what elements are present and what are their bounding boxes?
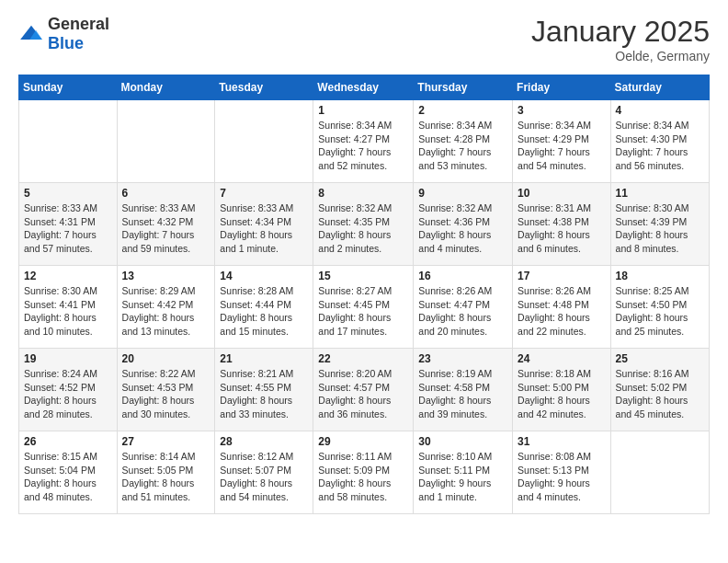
day-number: 30 [418, 435, 507, 448]
day-number: 5 [24, 187, 112, 200]
day-info: Sunrise: 8:32 AM Sunset: 4:36 PM Dayligh… [418, 201, 507, 256]
day-info: Sunrise: 8:22 AM Sunset: 4:53 PM Dayligh… [122, 367, 210, 421]
day-info: Sunrise: 8:21 AM Sunset: 4:55 PM Dayligh… [220, 367, 308, 421]
day-info: Sunrise: 8:29 AM Sunset: 4:42 PM Dayligh… [122, 284, 210, 339]
day-number: 1 [318, 104, 408, 117]
day-info: Sunrise: 8:08 AM Sunset: 5:13 PM Dayligh… [518, 450, 606, 504]
day-info: Sunrise: 8:26 AM Sunset: 4:47 PM Dayligh… [418, 284, 507, 339]
day-number: 21 [220, 352, 308, 365]
calendar-cell: 31Sunrise: 8:08 AM Sunset: 5:13 PM Dayli… [513, 431, 611, 514]
day-info: Sunrise: 8:14 AM Sunset: 5:05 PM Dayligh… [122, 450, 210, 504]
day-info: Sunrise: 8:30 AM Sunset: 4:41 PM Dayligh… [24, 284, 112, 339]
calendar-cell: 5Sunrise: 8:33 AM Sunset: 4:31 PM Daylig… [19, 183, 118, 266]
calendar-table: SundayMondayTuesdayWednesdayThursdayFrid… [18, 75, 710, 514]
calendar-cell: 1Sunrise: 8:34 AM Sunset: 4:27 PM Daylig… [313, 100, 414, 183]
day-number: 14 [220, 270, 308, 282]
calendar-cell: 23Sunrise: 8:19 AM Sunset: 4:58 PM Dayli… [414, 349, 513, 431]
day-number: 19 [24, 352, 112, 365]
week-row-1: 1Sunrise: 8:34 AM Sunset: 4:27 PM Daylig… [19, 100, 710, 183]
day-header-saturday: Saturday [610, 75, 709, 100]
calendar-cell: 4Sunrise: 8:34 AM Sunset: 4:30 PM Daylig… [610, 100, 709, 183]
day-number: 26 [24, 435, 112, 448]
day-number: 25 [616, 352, 704, 365]
calendar-cell: 16Sunrise: 8:26 AM Sunset: 4:47 PM Dayli… [414, 266, 513, 349]
calendar-cell: 2Sunrise: 8:34 AM Sunset: 4:28 PM Daylig… [414, 100, 513, 183]
calendar-cell: 11Sunrise: 8:30 AM Sunset: 4:39 PM Dayli… [610, 183, 709, 266]
day-info: Sunrise: 8:20 AM Sunset: 4:57 PM Dayligh… [318, 367, 408, 421]
calendar-cell [117, 100, 215, 183]
day-number: 10 [518, 187, 606, 200]
day-info: Sunrise: 8:30 AM Sunset: 4:39 PM Dayligh… [616, 201, 704, 256]
calendar-cell: 12Sunrise: 8:30 AM Sunset: 4:41 PM Dayli… [19, 266, 118, 349]
calendar-cell: 3Sunrise: 8:34 AM Sunset: 4:29 PM Daylig… [513, 100, 611, 183]
day-info: Sunrise: 8:25 AM Sunset: 4:50 PM Dayligh… [616, 284, 704, 339]
calendar-cell [19, 100, 118, 183]
day-info: Sunrise: 8:28 AM Sunset: 4:44 PM Dayligh… [220, 284, 308, 339]
calendar-cell: 26Sunrise: 8:15 AM Sunset: 5:04 PM Dayli… [19, 431, 118, 514]
day-number: 11 [616, 187, 704, 200]
day-info: Sunrise: 8:33 AM Sunset: 4:34 PM Dayligh… [220, 201, 308, 256]
day-number: 28 [220, 435, 308, 448]
calendar-cell: 6Sunrise: 8:33 AM Sunset: 4:32 PM Daylig… [117, 183, 215, 266]
day-info: Sunrise: 8:33 AM Sunset: 4:31 PM Dayligh… [24, 201, 112, 256]
day-info: Sunrise: 8:19 AM Sunset: 4:58 PM Dayligh… [418, 367, 507, 421]
day-info: Sunrise: 8:32 AM Sunset: 4:35 PM Dayligh… [318, 201, 408, 256]
calendar-cell: 30Sunrise: 8:10 AM Sunset: 5:11 PM Dayli… [414, 431, 513, 514]
week-row-4: 19Sunrise: 8:24 AM Sunset: 4:52 PM Dayli… [19, 349, 710, 431]
calendar-cell: 8Sunrise: 8:32 AM Sunset: 4:35 PM Daylig… [313, 183, 414, 266]
header: General Blue January 2025 Oelde, Germany [18, 15, 710, 63]
month-title: January 2025 [531, 15, 710, 49]
day-number: 2 [418, 104, 507, 117]
calendar-cell: 18Sunrise: 8:25 AM Sunset: 4:50 PM Dayli… [610, 266, 709, 349]
day-number: 18 [616, 270, 704, 282]
day-info: Sunrise: 8:34 AM Sunset: 4:30 PM Dayligh… [616, 119, 704, 173]
day-number: 15 [318, 270, 408, 282]
day-number: 4 [616, 104, 704, 117]
day-info: Sunrise: 8:12 AM Sunset: 5:07 PM Dayligh… [220, 450, 308, 504]
day-number: 8 [318, 187, 408, 200]
calendar-cell: 29Sunrise: 8:11 AM Sunset: 5:09 PM Dayli… [313, 431, 414, 514]
day-info: Sunrise: 8:34 AM Sunset: 4:29 PM Dayligh… [518, 119, 606, 173]
calendar-cell: 25Sunrise: 8:16 AM Sunset: 5:02 PM Dayli… [610, 349, 709, 431]
day-number: 16 [418, 270, 507, 282]
logo-blue: Blue [48, 34, 84, 52]
day-number: 23 [418, 352, 507, 365]
week-row-5: 26Sunrise: 8:15 AM Sunset: 5:04 PM Dayli… [19, 431, 710, 514]
day-info: Sunrise: 8:33 AM Sunset: 4:32 PM Dayligh… [122, 201, 210, 256]
calendar-cell: 9Sunrise: 8:32 AM Sunset: 4:36 PM Daylig… [414, 183, 513, 266]
calendar-cell [215, 100, 313, 183]
day-number: 6 [122, 187, 210, 200]
day-header-sunday: Sunday [19, 75, 118, 100]
location: Oelde, Germany [531, 49, 710, 63]
week-row-3: 12Sunrise: 8:30 AM Sunset: 4:41 PM Dayli… [19, 266, 710, 349]
day-number: 20 [122, 352, 210, 365]
calendar-cell [610, 431, 709, 514]
calendar-cell: 13Sunrise: 8:29 AM Sunset: 4:42 PM Dayli… [117, 266, 215, 349]
calendar-cell: 10Sunrise: 8:31 AM Sunset: 4:38 PM Dayli… [513, 183, 611, 266]
calendar-cell: 21Sunrise: 8:21 AM Sunset: 4:55 PM Dayli… [215, 349, 313, 431]
calendar-cell: 17Sunrise: 8:26 AM Sunset: 4:48 PM Dayli… [513, 266, 611, 349]
page: General Blue January 2025 Oelde, Germany… [0, 0, 728, 529]
day-info: Sunrise: 8:34 AM Sunset: 4:28 PM Dayligh… [418, 119, 507, 173]
day-number: 17 [518, 270, 606, 282]
logo-icon [18, 24, 44, 44]
day-number: 13 [122, 270, 210, 282]
day-info: Sunrise: 8:26 AM Sunset: 4:48 PM Dayligh… [518, 284, 606, 339]
calendar-cell: 19Sunrise: 8:24 AM Sunset: 4:52 PM Dayli… [19, 349, 118, 431]
day-number: 31 [518, 435, 606, 448]
title-block: January 2025 Oelde, Germany [531, 15, 710, 63]
day-info: Sunrise: 8:10 AM Sunset: 5:11 PM Dayligh… [418, 450, 507, 504]
day-header-tuesday: Tuesday [215, 75, 313, 100]
day-info: Sunrise: 8:34 AM Sunset: 4:27 PM Dayligh… [318, 119, 408, 173]
calendar-cell: 24Sunrise: 8:18 AM Sunset: 5:00 PM Dayli… [513, 349, 611, 431]
day-header-thursday: Thursday [414, 75, 513, 100]
day-info: Sunrise: 8:11 AM Sunset: 5:09 PM Dayligh… [318, 450, 408, 504]
calendar-cell: 7Sunrise: 8:33 AM Sunset: 4:34 PM Daylig… [215, 183, 313, 266]
calendar-cell: 27Sunrise: 8:14 AM Sunset: 5:05 PM Dayli… [117, 431, 215, 514]
day-number: 9 [418, 187, 507, 200]
day-info: Sunrise: 8:15 AM Sunset: 5:04 PM Dayligh… [24, 450, 112, 504]
day-info: Sunrise: 8:16 AM Sunset: 5:02 PM Dayligh… [616, 367, 704, 421]
logo-text: General Blue [48, 15, 109, 53]
day-number: 22 [318, 352, 408, 365]
day-info: Sunrise: 8:31 AM Sunset: 4:38 PM Dayligh… [518, 201, 606, 256]
